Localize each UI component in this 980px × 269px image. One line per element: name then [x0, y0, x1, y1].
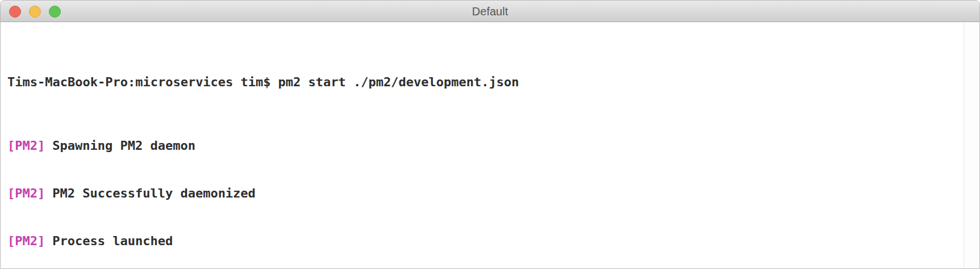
pm2-tag: [PM2]	[7, 234, 45, 248]
command-line: Tims-MacBook-Pro:microservices tim$pm2 s…	[7, 74, 957, 90]
log-line: [PM2]Process launched	[7, 233, 957, 249]
log-message: Spawning PM2 daemon	[52, 138, 195, 153]
window-title: Default	[1, 1, 979, 22]
pm2-tag: [PM2]	[7, 186, 45, 200]
log-message: PM2 Successfully daemonized	[52, 186, 256, 200]
log-line: [PM2]Spawning PM2 daemon	[7, 138, 957, 154]
typed-command: pm2 start ./pm2/development.json	[278, 75, 519, 89]
shell-prompt: Tims-MacBook-Pro:microservices tim$	[7, 75, 271, 89]
pm2-tag: [PM2]	[7, 138, 45, 153]
terminal-window: Default Tims-MacBook-Pro:microservices t…	[0, 0, 980, 269]
log-line: [PM2]PM2 Successfully daemonized	[7, 186, 957, 201]
scrollbar[interactable]	[964, 23, 979, 268]
log-message: Process launched	[52, 234, 173, 248]
title-bar[interactable]: Default	[1, 1, 979, 22]
terminal-screen[interactable]: Tims-MacBook-Pro:microservices tim$pm2 s…	[1, 22, 979, 269]
